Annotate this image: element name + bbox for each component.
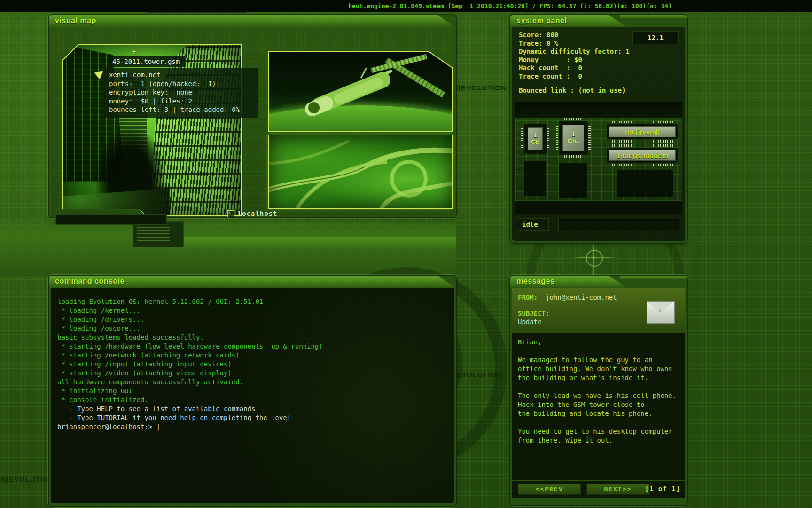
ram-chip[interactable]: 1 Gb bbox=[524, 124, 546, 153]
evolution-watermark: N|EVOLUTIO bbox=[1, 475, 49, 483]
messages-titlebar: messages bbox=[510, 276, 627, 288]
visual-map-panel: visual map bbox=[49, 15, 456, 217]
host-info-line: bounces left: 3 | trace added: 0% bbox=[109, 105, 253, 114]
game-screen: TION|EVOLUTION ION|EVOLUTION N|EVOLUTIO … bbox=[0, 0, 812, 508]
messages-panel: messages FROM: john@xenti-com.net SUBJEC… bbox=[510, 276, 687, 505]
system-panel-top-strip bbox=[620, 15, 687, 18]
console-line: - Type HELP to see a list of available c… bbox=[57, 405, 323, 413]
message-line bbox=[518, 418, 676, 427]
empty-hardware-slot bbox=[617, 170, 673, 197]
system-panel: system panel Score: 800Trace: 0 %Dynamic… bbox=[510, 15, 687, 243]
cpu-chip-label-bottom: Ghz bbox=[568, 138, 579, 144]
divider-strip bbox=[515, 201, 682, 214]
system-stat-line: Hack count : 0 bbox=[519, 64, 630, 72]
photo-vignette bbox=[269, 135, 452, 208]
message-line: office building. We don't know who owns bbox=[518, 365, 676, 373]
message-line: We managed to follow the guy to an bbox=[518, 356, 676, 365]
activity-progress-bar bbox=[558, 219, 679, 230]
message-from-row: FROM: john@xenti-com.net bbox=[518, 294, 617, 301]
host-tooltip: 45-2011.tower.gsm bbox=[107, 56, 185, 67]
next-message-button[interactable]: NEXT>> bbox=[586, 484, 649, 495]
system-stat-line: Trace count : 0 bbox=[519, 72, 630, 81]
console-line: loading Evolution OS: kernel 5.12.002 / … bbox=[57, 297, 323, 306]
console-title: command console bbox=[55, 277, 125, 286]
map-marker-icon: + bbox=[132, 47, 136, 56]
engine-status-bar: heut.engine-2.01.049.steam [Sep 1 2010.2… bbox=[0, 0, 812, 12]
bounced-link-status: Bounced link : (not in use) bbox=[519, 87, 626, 94]
message-line: The only lead we have is his cell phone. bbox=[518, 391, 676, 400]
system-panel-title: system panel bbox=[516, 16, 567, 25]
messages-title: messages bbox=[516, 277, 554, 286]
modem-label: 1 mbps modem bbox=[609, 150, 676, 161]
console-body[interactable]: loading Evolution OS: kernel 5.12.002 / … bbox=[51, 288, 454, 503]
console-line: * loading /drivers... bbox=[57, 315, 323, 324]
console-line: - Type TUTORIAL if you need help on comp… bbox=[57, 413, 323, 422]
localhost-label: localhost bbox=[238, 210, 278, 217]
satellite-illustration bbox=[269, 52, 452, 131]
firewall-slot[interactable]: no firewall bbox=[607, 124, 678, 139]
console-line: * starting /input (attaching input devic… bbox=[57, 360, 323, 369]
console-titlebar: command console bbox=[49, 276, 456, 288]
console-line: all hardware components successfully act… bbox=[57, 378, 323, 387]
message-line bbox=[518, 347, 676, 356]
subject-label: SUBJECT: bbox=[518, 310, 549, 317]
console-line: brianspencer@localhost:> | bbox=[57, 422, 323, 431]
message-line bbox=[518, 382, 676, 391]
message-line: Brian, bbox=[518, 338, 676, 347]
from-value bbox=[538, 294, 546, 301]
firewall-label: no firewall bbox=[609, 126, 676, 137]
messages-footer: <<PREV NEXT>> [1 of 1] bbox=[512, 481, 685, 498]
prev-message-button[interactable]: <<PREV bbox=[518, 484, 581, 495]
message-body: Brian, We managed to follow the guy to a… bbox=[512, 333, 685, 480]
from-label: FROM: bbox=[518, 294, 538, 301]
console-line: * initializing GUI bbox=[57, 387, 323, 396]
console-line: * loading /kernel... bbox=[57, 306, 323, 315]
envelope-icon bbox=[647, 301, 675, 324]
command-console-panel: command console loading Evolution OS: ke… bbox=[49, 276, 456, 506]
message-line: You need to get to his desktop computer bbox=[518, 427, 676, 436]
ram-chip-label-top: 1 bbox=[533, 132, 537, 139]
host-info-line: encryption key: none bbox=[109, 88, 253, 97]
console-output: loading Evolution OS: kernel 5.12.002 / … bbox=[57, 297, 323, 431]
modem-slot[interactable]: 1 mbps modem bbox=[607, 148, 678, 163]
empty-hardware-slot bbox=[559, 163, 587, 198]
host-info-box: xenti-com.net ports: 1 (open/hacked: 1)e… bbox=[104, 68, 258, 118]
host-info-line: money: $0 | files: 2 bbox=[109, 97, 253, 106]
bg-connector-bar bbox=[162, 237, 456, 249]
message-text: Brian, We managed to follow the guy to a… bbox=[518, 338, 676, 454]
activity-status: idle bbox=[518, 218, 549, 231]
divider-strip bbox=[515, 102, 682, 118]
from-address: john@xenti-com.net bbox=[546, 294, 617, 301]
visual-map-body: + 45-2011.tower.gsm xenti-com.net ports:… bbox=[51, 27, 454, 215]
system-panel-body: Score: 800Trace: 0 %Dynamic difficulty f… bbox=[512, 27, 685, 241]
system-stat-line: Money : $0 bbox=[519, 56, 630, 64]
message-line: the building and locate his phone. bbox=[518, 409, 676, 418]
bg-module-box bbox=[133, 221, 184, 247]
cpu-chip-label-top: 1 bbox=[571, 131, 575, 138]
host-info-line: ports: 1 (open/hacked: 1) bbox=[109, 79, 253, 88]
system-stat-line: Trace: 0 % bbox=[519, 40, 630, 48]
system-stats: Score: 800Trace: 0 %Dynamic difficulty f… bbox=[519, 31, 630, 80]
hardware-board: 1 Gb 1 Ghz no firewall 1 bbox=[515, 118, 682, 201]
localhost-icon bbox=[227, 210, 234, 217]
cpu-chip[interactable]: 1 Ghz bbox=[559, 121, 587, 154]
message-line: the building or what's inside it. bbox=[518, 373, 676, 382]
system-panel-titlebar: system panel bbox=[510, 15, 627, 27]
visual-map-titlebar: visual map bbox=[49, 15, 456, 27]
console-line: * starting /network (attaching network c… bbox=[57, 351, 323, 360]
message-line: from there. Wipe it out. bbox=[518, 436, 676, 445]
level-indicator: 12.1 bbox=[632, 31, 679, 44]
message-line bbox=[518, 445, 676, 454]
messages-panel-top-strip bbox=[620, 276, 687, 279]
aerial-photo[interactable] bbox=[268, 135, 453, 209]
message-header: FROM: john@xenti-com.net SUBJECT: Update bbox=[512, 288, 685, 333]
console-line: basic subsystems loaded successfully. bbox=[57, 333, 323, 342]
map-input-strip[interactable]: _ bbox=[55, 214, 167, 225]
visual-map-title: visual map bbox=[55, 16, 96, 25]
satellite-photo[interactable] bbox=[268, 51, 453, 132]
message-page-indicator: [1 of 1] bbox=[645, 484, 680, 494]
console-line: * starting /video (attaching video displ… bbox=[57, 369, 323, 378]
crosshair-icon bbox=[581, 245, 607, 271]
engine-status-text: heut.engine-2.01.049.steam [Sep 1 2010.2… bbox=[348, 0, 672, 12]
console-line: * console initialized. bbox=[57, 396, 323, 405]
